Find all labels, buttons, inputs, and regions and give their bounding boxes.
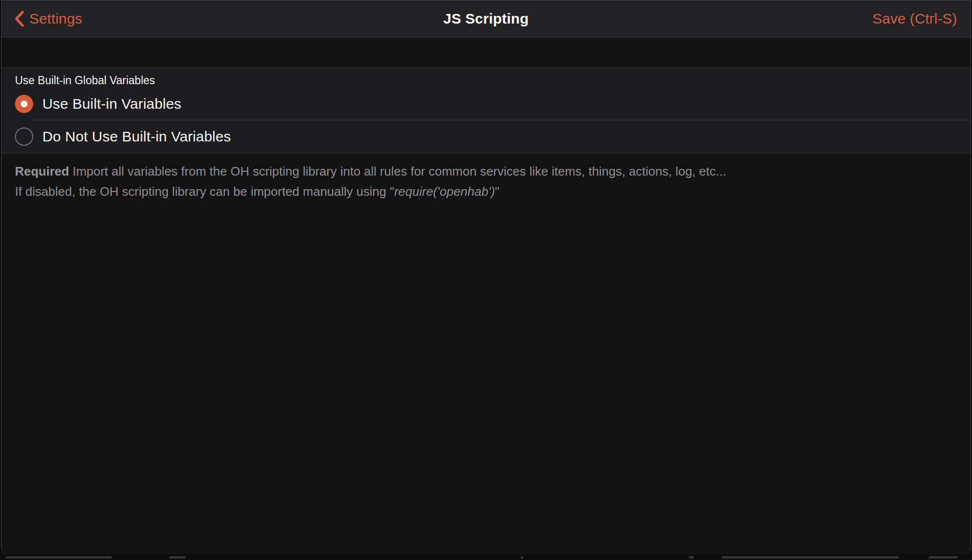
background-text-fragment — [722, 556, 899, 559]
panel-empty-area — [1, 202, 971, 554]
radio-option-label: Use Built-in Variables — [42, 96, 181, 112]
setting-list: Use Built-in Global Variables Use Built-… — [1, 67, 971, 153]
radio-option-use-builtin[interactable]: Use Built-in Variables — [1, 88, 971, 120]
setting-group-label: Use Built-in Global Variables — [1, 68, 971, 88]
background-text-fragment — [169, 556, 186, 559]
background-text-fragment — [6, 556, 112, 559]
top-spacer — [1, 38, 971, 67]
background-text-fragment — [521, 556, 523, 559]
description-line2-code: require('openhab') — [394, 184, 495, 199]
description-line2-suffix: " — [495, 184, 499, 199]
radio-unselected-icon — [15, 127, 33, 146]
setting-description-line1: Required Import all variables from the O… — [15, 161, 956, 181]
navbar: Settings JS Scripting Save (Ctrl-S) — [1, 0, 971, 38]
save-button-label: Save (Ctrl-S) — [872, 11, 957, 27]
background-text-fragment — [929, 556, 958, 559]
radio-selected-icon — [15, 95, 33, 113]
setting-description-line2: If disabled, the OH scripting library ca… — [15, 181, 956, 202]
background-page-strip — [0, 554, 972, 560]
save-button[interactable]: Save (Ctrl-S) — [872, 0, 957, 37]
radio-option-no-builtin[interactable]: Do Not Use Built-in Variables — [1, 120, 971, 153]
radio-option-label: Do Not Use Built-in Variables — [42, 128, 231, 145]
background-text-fragment — [689, 556, 694, 559]
required-badge: Required — [15, 164, 69, 178]
setting-description: Required Import all variables from the O… — [1, 153, 971, 202]
js-scripting-settings-panel: Settings JS Scripting Save (Ctrl-S) Use … — [1, 0, 971, 555]
description-line1-text: Import all variables from the OH scripti… — [69, 164, 726, 178]
description-line2-prefix: If disabled, the OH scripting library ca… — [15, 184, 394, 199]
page-title: JS Scripting — [1, 11, 971, 27]
